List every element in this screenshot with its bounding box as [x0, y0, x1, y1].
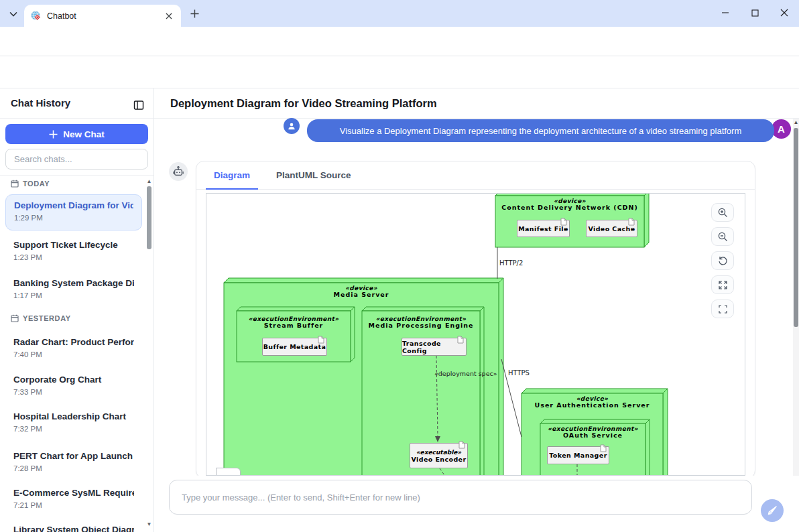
chat-scroll-up[interactable]: ▲ [793, 119, 799, 126]
message-input[interactable] [169, 480, 752, 515]
page-title: Deployment Diagram for Video Streaming P… [170, 97, 437, 110]
browser-toolbar: ai-toolbox.visual-paradigm.com/app/chatb… [0, 27, 799, 56]
fullscreen-button[interactable] [711, 300, 734, 318]
chat-item-corporate-org[interactable]: Corporate Org Chart 7:33 PM [5, 369, 142, 405]
chat-item-hospital-leadership[interactable]: Hospital Leadership Chart 7:32 PM [5, 406, 142, 442]
node-cdn: «device» Content Delivery Network (CDN) [495, 198, 644, 212]
chat-item-radar-chart[interactable]: Radar Chart: Product Perfor... 7:40 PM [5, 332, 142, 368]
tab-plantuml-source[interactable]: PlantUML Source [268, 161, 359, 189]
reset-icon [718, 256, 728, 266]
zoom-out-icon [718, 232, 728, 242]
artifact-video-encoder: «executable» Video Encoder [410, 443, 468, 468]
artifact-icon [318, 336, 324, 344]
chat-item-library-object[interactable]: Library System Object Diagr... [5, 519, 142, 532]
sidebar-scrollbar[interactable] [147, 186, 151, 249]
sidebar-scroll-up[interactable]: ▲ [145, 178, 153, 185]
zoom-out-button[interactable] [711, 227, 734, 246]
panel-collapse-icon [133, 100, 144, 111]
user-message-avatar [284, 118, 300, 134]
tab-close-button[interactable] [163, 10, 174, 21]
window-close-button[interactable] [770, 0, 799, 25]
chat-item-banking-package[interactable]: Banking System Package Dia... 1:17 PM [5, 273, 142, 309]
tab-diagram[interactable]: Diagram [206, 161, 258, 189]
plus-icon [190, 9, 199, 18]
artifact-icon [600, 444, 607, 452]
node-auth-server: «device» User Authentication Server [521, 395, 663, 409]
diagram-tabbar: Diagram PlantUML Source [196, 161, 755, 190]
maximize-icon [751, 9, 759, 17]
fullscreen-brackets-icon [718, 304, 728, 314]
expand-arrows-icon [718, 280, 728, 290]
account-avatar[interactable]: A [772, 119, 791, 139]
chat-history-sidebar: Chat History New Chat TODAY Deployment D… [0, 88, 154, 532]
calendar-icon [11, 314, 19, 322]
close-icon [166, 13, 172, 19]
window-minimize-button[interactable] [711, 0, 740, 25]
section-header-today: TODAY [11, 180, 125, 188]
zoom-in-button[interactable] [711, 203, 734, 222]
artifact-icon [458, 441, 465, 449]
artifact-token-manager: Token Manager [547, 446, 609, 464]
tab-title: Chatbot [47, 11, 163, 21]
app-header: Chatbot Powered by Visual Paradigm More … [0, 56, 799, 88]
favicon-visual-paradigm [31, 11, 42, 21]
send-icon [767, 505, 778, 516]
chat-scrollbar-thumb[interactable] [794, 128, 798, 327]
artifact-icon [628, 218, 635, 226]
artifact-transcode-config: Transcode Config [402, 338, 467, 356]
artifact-buffer-metadata: Buffer Metadata [262, 338, 327, 356]
artifact-icon [560, 218, 567, 226]
user-message-bubble: Visualize a Deployment Diagram represent… [307, 119, 774, 142]
plus-icon [49, 130, 58, 139]
section-header-yesterday: YESTERDAY [11, 314, 125, 322]
zoom-in-icon [718, 208, 728, 218]
send-button[interactable] [761, 499, 784, 522]
browser-titlebar: Chatbot [0, 0, 799, 27]
artifact-manifest-file: Manifest File [517, 220, 570, 237]
robot-icon [173, 166, 184, 177]
node-stream-buffer: «executionEnvironment» Stream Buffer [237, 316, 351, 330]
minimize-icon [721, 9, 729, 17]
browser-tab[interactable]: Chatbot [24, 5, 181, 27]
new-tab-button[interactable] [189, 8, 200, 19]
bot-avatar [169, 162, 188, 181]
node-oauth-service: «executionEnvironment» OAuth Service [540, 425, 646, 440]
search-input[interactable] [5, 149, 148, 170]
chat-item-ecommerce-sysml[interactable]: E-Commerce SysML Require... 7:21 PM [5, 482, 142, 519]
artifact-icon [457, 336, 464, 344]
sidebar-scroll-down[interactable]: ▼ [145, 521, 153, 528]
chevron-down-icon [9, 11, 17, 17]
node-media-server: «device» Media Server [224, 285, 499, 299]
reset-view-button[interactable] [711, 251, 734, 270]
diagram-canvas[interactable]: «device» Content Delivery Network (CDN) … [206, 193, 745, 476]
artifact-video-cache: Video Cache [586, 220, 637, 237]
chat-item-pert-chart[interactable]: PERT Chart for App Launch 7:28 PM [5, 446, 142, 482]
fit-screen-button[interactable] [711, 275, 734, 294]
deployment-diagram [206, 194, 745, 475]
calendar-icon [11, 180, 19, 188]
sidebar-title: Chat History [11, 97, 70, 109]
edge-label-deployment-spec: «deployment spec» [434, 370, 497, 377]
new-chat-button[interactable]: New Chat [5, 124, 148, 144]
node-media-processing-engine: «executionEnvironment» Media Processing … [362, 316, 480, 330]
close-icon [780, 9, 788, 17]
edge-label-http2: HTTP/2 [499, 259, 523, 267]
chat-item-support-ticket[interactable]: Support Ticket Lifecycle 1:23 PM [5, 235, 142, 271]
person-icon [287, 121, 296, 131]
partial-node-box [216, 468, 241, 476]
tab-search-button[interactable] [5, 6, 21, 21]
window-maximize-button[interactable] [740, 0, 770, 25]
edge-label-https: HTTPS [508, 369, 530, 377]
chat-item-deployment-diagram[interactable]: Deployment Diagram for Vid... 1:29 PM [5, 194, 142, 230]
collapse-sidebar-button[interactable] [132, 98, 145, 112]
